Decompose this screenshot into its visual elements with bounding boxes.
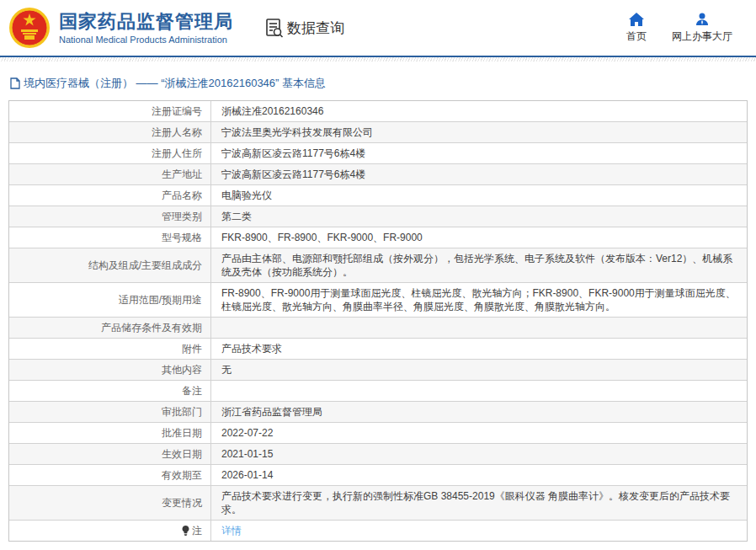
nav-home[interactable]: 首页 bbox=[626, 13, 647, 44]
table-row: 管理类别第二类 bbox=[9, 206, 747, 227]
row-label: 结构及组成/主要组成成分 bbox=[9, 248, 211, 282]
row-label-text: 产品名称 bbox=[162, 189, 202, 202]
nav-online-hall-label: 网上办事大厅 bbox=[672, 29, 732, 44]
row-label: 备注 bbox=[9, 381, 211, 401]
row-label: 注册证编号 bbox=[9, 101, 211, 121]
row-value bbox=[211, 318, 747, 338]
row-label-text: 批准日期 bbox=[162, 426, 202, 440]
row-value-text: 产品技术要求 bbox=[221, 342, 282, 355]
row-label: 型号规格 bbox=[9, 227, 211, 248]
data-query-section[interactable]: 数据查询 bbox=[264, 17, 344, 39]
row-label-text: 审批部门 bbox=[162, 405, 202, 419]
table-row: 生产地址宁波高新区凌云路1177号6栋4楼 bbox=[9, 163, 747, 184]
row-value-text: FKR-8900、FR-8900、FKR-9000、FR-9000 bbox=[221, 231, 423, 244]
site-subtitle: National Medical Products Administration bbox=[59, 35, 233, 45]
row-value-text: 宁波高新区凌云路1177号6栋4楼 bbox=[221, 147, 365, 160]
row-value-text: 产品由主体部、电源部和颚托部组成（按外观分），包括光学系统、电子系统及软件（发布… bbox=[221, 252, 738, 279]
row-value: 2021-01-15 bbox=[211, 444, 747, 464]
details-link[interactable]: 详情 bbox=[221, 524, 242, 537]
table-row: 结构及组成/主要组成成分产品由主体部、电源部和颚托部组成（按外观分），包括光学系… bbox=[9, 248, 747, 282]
table-row: 产品储存条件及有效期 bbox=[9, 317, 747, 338]
top-nav: 首页 网上办事大厅 bbox=[626, 13, 744, 44]
nav-home-label: 首页 bbox=[626, 29, 647, 44]
row-value: 2022-07-22 bbox=[211, 423, 747, 443]
row-value: 浙械注准20162160346 bbox=[211, 101, 747, 121]
data-query-label: 数据查询 bbox=[287, 19, 344, 38]
row-label: 有效期至 bbox=[9, 465, 211, 485]
table-row: 批准日期2022-07-22 bbox=[9, 422, 747, 443]
row-label: 批准日期 bbox=[9, 423, 211, 443]
row-label-text: 产品储存条件及有效期 bbox=[101, 321, 202, 334]
row-value-text: 无 bbox=[221, 363, 232, 376]
table-row: 注册证编号浙械注准20162160346 bbox=[9, 101, 747, 121]
row-label-text: 生产地址 bbox=[162, 168, 202, 181]
document-icon bbox=[10, 77, 20, 89]
row-value-text: 宁波高新区凌云路1177号6栋4楼 bbox=[221, 168, 365, 181]
table-row: 产品名称电脑验光仪 bbox=[9, 184, 747, 206]
row-value-text: 宁波法里奥光学科技发展有限公司 bbox=[221, 125, 373, 139]
row-value: 宁波高新区凌云路1177号6栋4楼 bbox=[211, 164, 747, 184]
row-value: 2026-01-14 bbox=[211, 465, 747, 485]
row-label-text: 变更情况 bbox=[162, 496, 202, 510]
table-row: 附件产品技术要求 bbox=[9, 338, 747, 359]
row-value-text: 产品技术要求进行变更，执行新的强制性标准GB 38455-2019《眼科仪器 角… bbox=[221, 489, 738, 516]
row-label-text: 注 bbox=[192, 524, 202, 537]
row-label: 注册人住所 bbox=[9, 143, 211, 163]
home-icon bbox=[629, 13, 644, 26]
row-value: 宁波高新区凌云路1177号6栋4楼 bbox=[211, 143, 747, 163]
header: 国家药品监督管理局 National Medical Products Admi… bbox=[0, 0, 756, 56]
table-row: 审批部门浙江省药品监督管理局 bbox=[9, 401, 747, 422]
row-label-text: 备注 bbox=[182, 384, 202, 398]
row-label-text: 附件 bbox=[182, 342, 202, 355]
row-label-text: 生效日期 bbox=[162, 447, 202, 461]
person-icon bbox=[695, 13, 709, 26]
row-label-text: 有效期至 bbox=[162, 468, 202, 482]
row-value-text: 浙械注准20162160346 bbox=[221, 104, 323, 118]
row-label-text: 注册人名称 bbox=[152, 125, 202, 139]
row-value: 详情 bbox=[211, 521, 747, 541]
breadcrumb-text: 境内医疗器械（注册） —— “浙械注准20162160346” 基本信息 bbox=[24, 76, 326, 91]
row-label: 审批部门 bbox=[9, 402, 211, 422]
row-value bbox=[211, 381, 747, 401]
row-label-text: 管理类别 bbox=[162, 210, 202, 223]
row-value-text: FR-8900、FR-9000用于测量球面屈光度、柱镜屈光度、散光轴方向；FKR… bbox=[221, 286, 738, 313]
data-query-icon bbox=[264, 17, 285, 39]
row-label-text: 注册证编号 bbox=[152, 104, 202, 118]
national-emblem-icon bbox=[8, 7, 51, 49]
row-label-text: 结构及组成/主要组成成分 bbox=[88, 259, 202, 272]
table-row: 备注 bbox=[9, 380, 747, 401]
header-hatch-band bbox=[0, 57, 756, 61]
table-row: 有效期至2026-01-14 bbox=[9, 464, 747, 485]
breadcrumb: 境内医疗器械（注册） —— “浙械注准20162160346” 基本信息 bbox=[10, 76, 756, 91]
row-label: 生产地址 bbox=[9, 164, 211, 184]
row-label: 管理类别 bbox=[9, 206, 211, 227]
row-label: 注 bbox=[9, 521, 211, 541]
row-value: 浙江省药品监督管理局 bbox=[211, 402, 747, 422]
row-value: 产品由主体部、电源部和颚托部组成（按外观分），包括光学系统、电子系统及软件（发布… bbox=[211, 248, 747, 282]
row-label: 产品储存条件及有效期 bbox=[9, 318, 211, 338]
row-label-text: 其他内容 bbox=[162, 363, 202, 376]
row-label: 其他内容 bbox=[9, 360, 211, 380]
row-value: 第二类 bbox=[211, 206, 747, 227]
table-row: 注册人名称宁波法里奥光学科技发展有限公司 bbox=[9, 121, 747, 142]
row-value-text: 2022-07-22 bbox=[221, 426, 273, 440]
note-bulb-icon bbox=[182, 526, 189, 536]
row-label: 注册人名称 bbox=[9, 122, 211, 142]
row-label-text: 注册人住所 bbox=[152, 147, 202, 160]
nav-online-hall[interactable]: 网上办事大厅 bbox=[672, 13, 732, 44]
row-label: 适用范围/预期用途 bbox=[9, 283, 211, 317]
row-value: FKR-8900、FR-8900、FKR-9000、FR-9000 bbox=[211, 227, 747, 248]
row-value: 产品技术要求 bbox=[211, 339, 747, 359]
table-row: 生效日期2021-01-15 bbox=[9, 443, 747, 464]
row-label: 生效日期 bbox=[9, 444, 211, 464]
table-row: 注详情 bbox=[9, 520, 747, 541]
row-label-text: 适用范围/预期用途 bbox=[119, 293, 202, 307]
row-value: 产品技术要求进行变更，执行新的强制性标准GB 38455-2019《眼科仪器 角… bbox=[211, 486, 747, 520]
row-label: 产品名称 bbox=[9, 185, 211, 206]
row-value: 宁波法里奥光学科技发展有限公司 bbox=[211, 122, 747, 142]
site-title-block: 国家药品监督管理局 National Medical Products Admi… bbox=[59, 11, 233, 45]
table-row: 变更情况产品技术要求进行变更，执行新的强制性标准GB 38455-2019《眼科… bbox=[9, 485, 747, 520]
row-value: FR-8900、FR-9000用于测量球面屈光度、柱镜屈光度、散光轴方向；FKR… bbox=[211, 283, 747, 317]
site-title: 国家药品监督管理局 bbox=[59, 11, 233, 33]
row-label: 变更情况 bbox=[9, 486, 211, 520]
